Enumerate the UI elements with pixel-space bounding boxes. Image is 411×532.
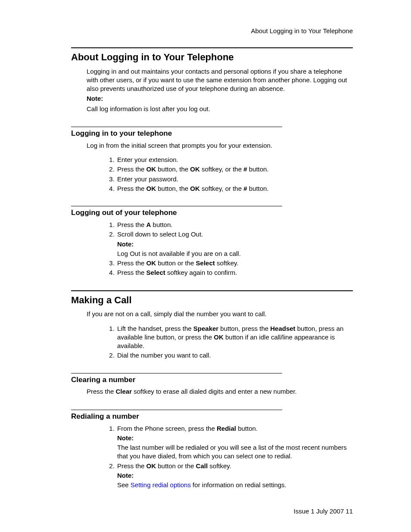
page-footer: Issue 1 July 200711	[294, 507, 353, 516]
list-item: Press the OK button or the Select softke…	[116, 259, 353, 268]
list-item: Enter your password.	[116, 175, 353, 184]
note-body: Call log information is lost after you l…	[87, 105, 353, 113]
note-label: Note:	[87, 94, 353, 103]
footer-issue: Issue 1 July 2007	[294, 507, 344, 515]
steps-list: Enter your extension. Press the OK butto…	[116, 156, 353, 193]
list-item: Press the A button.	[116, 221, 353, 229]
intro-text: If you are not on a call, simply dial th…	[87, 310, 353, 318]
list-item: Lift the handset, press the Speaker butt…	[116, 324, 353, 351]
steps-list: Press the A button. Scroll down to selec…	[116, 221, 353, 277]
heading-making-call: Making a Call	[71, 294, 353, 307]
list-item: Press the OK button, the OK softkey, or …	[116, 184, 353, 193]
heading-redialing-number: Redialing a number	[71, 412, 353, 422]
list-item: Press the OK button, the OK softkey, or …	[116, 165, 353, 174]
list-item: Press the Select softkey again to confir…	[116, 268, 353, 277]
subsection-divider	[71, 206, 282, 206]
list-item: Scroll down to select Log Out. Note: Log…	[116, 230, 353, 258]
footer-page-number: 11	[346, 507, 353, 515]
steps-list: From the Phone screen, press the Redial …	[116, 424, 353, 490]
body-text: Press the Clear softkey to erase all dia…	[87, 387, 353, 396]
heading-logging-in-about: About Logging in to Your Telephone	[71, 51, 353, 64]
intro-text: Log in from the initial screen that prom…	[87, 141, 353, 150]
heading-clearing-number: Clearing a number	[71, 375, 353, 385]
section-divider	[71, 290, 353, 291]
heading-logging-out: Logging out of your telephone	[71, 208, 353, 218]
list-item: Enter your extension.	[116, 156, 353, 164]
steps-list: Lift the handset, press the Speaker butt…	[116, 324, 353, 360]
list-item: Dial the number you want to call.	[116, 351, 353, 360]
running-header: About Logging in to Your Telephone	[251, 27, 353, 35]
list-item: From the Phone screen, press the Redial …	[116, 424, 353, 461]
subsection-divider	[71, 410, 282, 410]
section-divider	[71, 47, 353, 48]
subsection-divider	[71, 127, 282, 127]
list-item: Press the OK button or the Call softkey.…	[116, 462, 353, 490]
subsection-divider	[71, 373, 282, 373]
intro-text: Logging in and out maintains your contac…	[87, 67, 353, 93]
heading-logging-in: Logging in to your telephone	[71, 129, 353, 139]
